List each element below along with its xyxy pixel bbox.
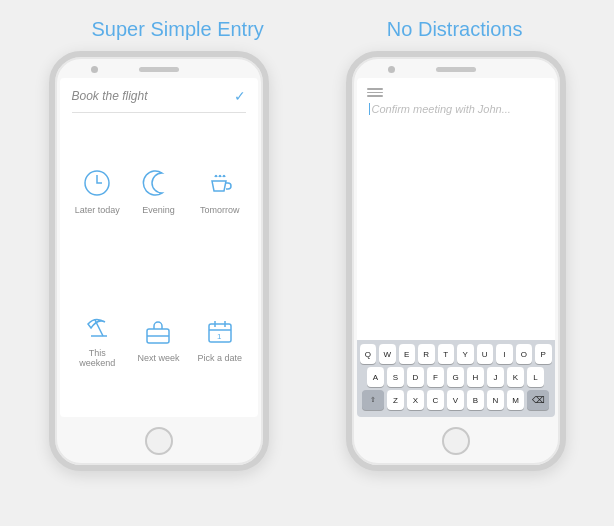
coffee-icon [202, 165, 238, 201]
entry-top-bar: Book the flight ✓ [72, 88, 246, 104]
iphone-bottom-left [55, 417, 263, 465]
task-text[interactable]: Book the flight [72, 89, 234, 103]
option-tomorrow[interactable]: Tomorrow [194, 123, 245, 256]
right-screen: Confirm meeting with John... Q W E R T Y… [357, 78, 555, 417]
speaker-left [139, 67, 179, 72]
key-I[interactable]: I [496, 344, 513, 364]
key-K[interactable]: K [507, 367, 524, 387]
label-this-weekend: This weekend [72, 348, 123, 368]
key-J[interactable]: J [487, 367, 504, 387]
clock-icon [79, 165, 115, 201]
iphone-top-right [352, 57, 560, 78]
key-F[interactable]: F [427, 367, 444, 387]
iphone-bottom-right [352, 417, 560, 465]
label-evening: Evening [142, 205, 175, 215]
option-pick-date[interactable]: 1 Pick a date [194, 266, 245, 409]
key-N[interactable]: N [487, 390, 504, 410]
key-E[interactable]: E [399, 344, 416, 364]
option-this-weekend[interactable]: This weekend [72, 266, 123, 409]
moon-icon [140, 165, 176, 201]
key-O[interactable]: O [516, 344, 533, 364]
key-B[interactable]: B [467, 390, 484, 410]
key-T[interactable]: T [438, 344, 455, 364]
menu-icon [367, 88, 383, 97]
key-W[interactable]: W [379, 344, 396, 364]
svg-text:1: 1 [217, 332, 222, 341]
home-button-right[interactable] [442, 427, 470, 455]
task-placeholder[interactable]: Confirm meeting with John... [369, 103, 545, 115]
key-D[interactable]: D [407, 367, 424, 387]
keyboard-row-2: A S D F G H J K L [360, 367, 552, 387]
key-H[interactable]: H [467, 367, 484, 387]
keyboard-area: Q W E R T Y U I O P A S [357, 340, 555, 417]
beach-icon [79, 308, 115, 344]
keyboard-row-3: ⇧ Z X C V B N M ⌫ [360, 390, 552, 410]
label-pick-date: Pick a date [198, 353, 243, 363]
phones-row: Book the flight ✓ Later today [0, 51, 614, 471]
camera-left [91, 66, 98, 73]
key-V[interactable]: V [447, 390, 464, 410]
left-screen: Book the flight ✓ Later today [60, 78, 258, 417]
right-iphone: Confirm meeting with John... Q W E R T Y… [346, 51, 566, 471]
label-tomorrow: Tomorrow [200, 205, 240, 215]
key-A[interactable]: A [367, 367, 384, 387]
iphone-top-left [55, 57, 263, 78]
option-next-week[interactable]: Next week [133, 266, 184, 409]
entry-screen: Book the flight ✓ Later today [60, 78, 258, 417]
key-U[interactable]: U [477, 344, 494, 364]
entry-divider [72, 112, 246, 113]
key-X[interactable]: X [407, 390, 424, 410]
label-later-today: Later today [75, 205, 120, 215]
calendar-icon: 1 [202, 313, 238, 349]
key-G[interactable]: G [447, 367, 464, 387]
key-P[interactable]: P [535, 344, 552, 364]
right-title: No Distractions [387, 18, 523, 41]
keyboard-row-1: Q W E R T Y U I O P [360, 344, 552, 364]
label-next-week: Next week [137, 353, 179, 363]
check-icon[interactable]: ✓ [234, 88, 246, 104]
distraction-screen: Confirm meeting with John... Q W E R T Y… [357, 78, 555, 417]
key-Q[interactable]: Q [360, 344, 377, 364]
briefcase-icon [140, 313, 176, 349]
key-S[interactable]: S [387, 367, 404, 387]
camera-right [388, 66, 395, 73]
backspace-key[interactable]: ⌫ [527, 390, 549, 410]
header-row: Super Simple Entry No Distractions [0, 0, 614, 51]
key-R[interactable]: R [418, 344, 435, 364]
home-button-left[interactable] [145, 427, 173, 455]
key-Y[interactable]: Y [457, 344, 474, 364]
option-later-today[interactable]: Later today [72, 123, 123, 256]
key-Z[interactable]: Z [387, 390, 404, 410]
shift-key[interactable]: ⇧ [362, 390, 384, 410]
key-M[interactable]: M [507, 390, 524, 410]
option-evening[interactable]: Evening [133, 123, 184, 256]
left-title: Super Simple Entry [92, 18, 264, 41]
speaker-right [436, 67, 476, 72]
time-options-grid: Later today Evening [72, 123, 246, 409]
left-iphone: Book the flight ✓ Later today [49, 51, 269, 471]
key-L[interactable]: L [527, 367, 544, 387]
input-area: Confirm meeting with John... [357, 78, 555, 340]
key-C[interactable]: C [427, 390, 444, 410]
